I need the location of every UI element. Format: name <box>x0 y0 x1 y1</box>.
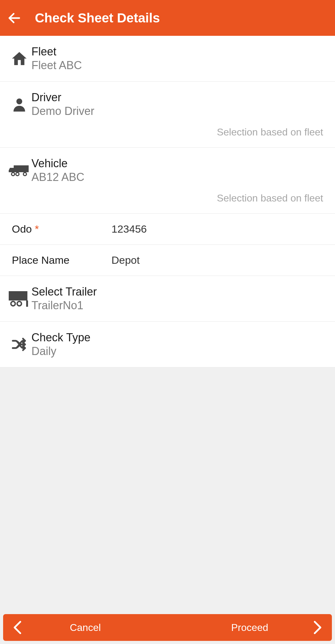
proceed-label: Proceed <box>231 622 268 633</box>
fleet-section[interactable]: Fleet Fleet ABC <box>0 36 335 82</box>
person-icon <box>7 96 31 113</box>
chevron-right-icon <box>313 621 322 634</box>
odo-label: Odo * <box>12 223 111 235</box>
vehicle-value: AB12 ABC <box>31 171 84 184</box>
svg-point-3 <box>16 173 19 176</box>
footer-bar: Cancel Proceed <box>3 614 332 641</box>
driver-label: Driver <box>31 91 94 104</box>
trailer-value: TrailerNo1 <box>31 299 97 312</box>
svg-rect-5 <box>9 291 27 301</box>
trailer-icon <box>7 290 31 307</box>
vehicle-label: Vehicle <box>31 157 84 170</box>
home-icon <box>7 50 31 67</box>
proceed-button[interactable]: Proceed <box>168 614 332 641</box>
place-value: Depot <box>111 254 140 266</box>
svg-point-2 <box>12 173 15 176</box>
driver-hint: Selection based on fleet <box>7 126 326 138</box>
page-title: Check Sheet Details <box>35 11 160 26</box>
trailer-label: Select Trailer <box>31 285 97 298</box>
check-type-label: Check Type <box>31 331 90 344</box>
chevron-left-icon <box>13 621 22 634</box>
trailer-section[interactable]: Select Trailer TrailerNo1 <box>0 276 335 322</box>
svg-point-7 <box>11 301 15 306</box>
check-type-section[interactable]: Check Type Daily <box>0 322 335 367</box>
footer: Cancel Proceed <box>0 611 335 644</box>
svg-rect-6 <box>26 301 28 307</box>
vehicle-hint: Selection based on fleet <box>7 192 326 204</box>
content: Fleet Fleet ABC Driver Demo Driver Selec… <box>0 36 335 611</box>
header: Check Sheet Details <box>0 0 335 36</box>
fleet-label: Fleet <box>31 45 82 58</box>
place-section[interactable]: Place Name Depot <box>0 245 335 276</box>
svg-point-4 <box>23 173 26 176</box>
odo-section[interactable]: Odo * 123456 <box>0 214 335 245</box>
svg-point-8 <box>17 301 21 306</box>
driver-value: Demo Driver <box>31 105 94 118</box>
svg-rect-1 <box>14 165 29 172</box>
place-label: Place Name <box>12 254 111 266</box>
vehicle-section[interactable]: Vehicle AB12 ABC Selection based on flee… <box>0 148 335 214</box>
cancel-label: Cancel <box>70 622 101 633</box>
fleet-value: Fleet ABC <box>31 59 82 72</box>
truck-icon <box>7 162 31 179</box>
check-type-value: Daily <box>31 345 90 358</box>
odo-value: 123456 <box>111 223 147 235</box>
shuffle-icon <box>7 336 31 353</box>
cancel-button[interactable]: Cancel <box>3 614 168 641</box>
driver-section[interactable]: Driver Demo Driver Selection based on fl… <box>0 82 335 148</box>
back-arrow-icon[interactable] <box>7 11 22 26</box>
